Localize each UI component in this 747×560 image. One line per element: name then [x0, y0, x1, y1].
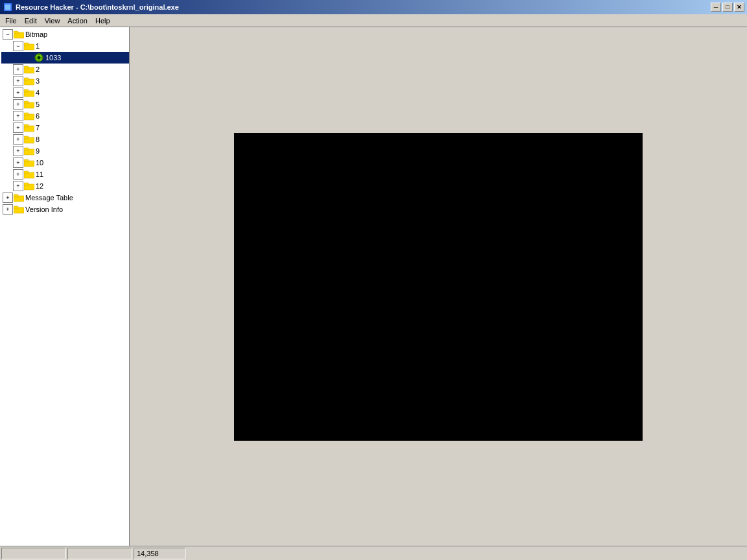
spacer-1033 [23, 52, 34, 63]
svg-rect-25 [24, 136, 29, 139]
tree-node-5[interactable]: + 5 [1, 99, 129, 110]
tree-node-2[interactable]: + 2 [1, 64, 129, 75]
tree-node-6[interactable]: + 6 [1, 110, 129, 122]
folder-icon-message-table [14, 193, 24, 202]
resource-icon-1033 [34, 52, 44, 63]
message-table-label: Message Table [25, 194, 73, 202]
status-bar: 14,358 [0, 546, 747, 560]
maximize-button[interactable]: □ [722, 3, 733, 12]
folder-icon-6 [24, 111, 34, 121]
expander-1[interactable]: − [13, 41, 23, 51]
node-1-label: 1 [36, 42, 40, 50]
status-left [1, 548, 66, 559]
status-middle [67, 548, 132, 559]
bitmap-label: Bitmap [25, 30, 47, 38]
menu-bar: File Edit View Action Help [0, 14, 747, 27]
menu-view[interactable]: View [41, 16, 64, 26]
folder-icon-12 [24, 181, 34, 191]
svg-rect-31 [24, 171, 29, 174]
expander-message-table[interactable]: + [3, 192, 13, 203]
svg-rect-29 [24, 159, 29, 162]
bitmap-display [234, 133, 643, 441]
tree-node-10[interactable]: + 10 [1, 157, 129, 169]
svg-rect-1 [5, 5, 10, 10]
expander-7[interactable]: + [13, 122, 23, 133]
menu-action[interactable]: Action [64, 16, 91, 26]
app-icon [3, 2, 13, 12]
tree-node-1[interactable]: − 1 [1, 40, 129, 52]
svg-rect-27 [24, 148, 29, 150]
menu-edit[interactable]: Edit [21, 16, 41, 26]
close-button[interactable]: ✕ [734, 3, 744, 12]
expander-4[interactable]: + [13, 88, 23, 98]
menu-help[interactable]: Help [91, 16, 114, 26]
tree-node-version-info[interactable]: + Version Info [1, 204, 129, 215]
tree-node-1033[interactable]: 1033 [1, 52, 129, 64]
version-info-label: Version Info [25, 205, 63, 213]
tree-node-7[interactable]: + 7 [1, 122, 129, 134]
svg-rect-19 [24, 101, 29, 104]
tree-node-8[interactable]: + 8 [1, 134, 129, 145]
node-1033-label: 1033 [45, 54, 61, 62]
tree-node-message-table[interactable]: + Message Table [1, 192, 129, 204]
svg-rect-23 [24, 124, 29, 127]
folder-icon-7 [24, 123, 34, 132]
folder-icon-11 [24, 170, 34, 179]
expander-3[interactable]: + [13, 76, 23, 86]
svg-point-7 [38, 56, 41, 60]
expander-12[interactable]: + [13, 181, 23, 191]
folder-icon-9 [24, 146, 34, 156]
main-area: − Bitmap − 1 [0, 27, 747, 546]
window-controls: ─ □ ✕ [711, 3, 744, 12]
tree-node-3[interactable]: + 3 [1, 75, 129, 87]
status-right: 14,358 [134, 548, 185, 559]
tree-node-12[interactable]: + 12 [1, 180, 129, 192]
folder-icon-bitmap [14, 30, 24, 39]
folder-icon-version-info [14, 205, 24, 214]
title-bar: Resource Hacker - C:\boot\ntoskrnl_origi… [0, 0, 747, 14]
svg-rect-33 [24, 183, 29, 185]
svg-rect-17 [24, 89, 29, 92]
expander-11[interactable]: + [13, 169, 23, 180]
folder-icon-1 [24, 41, 34, 51]
tree-node-4[interactable]: + 4 [1, 87, 129, 99]
minimize-button[interactable]: ─ [711, 3, 721, 12]
folder-icon-3 [24, 76, 34, 86]
tree-panel[interactable]: − Bitmap − 1 [0, 27, 130, 546]
expander-10[interactable]: + [13, 158, 23, 168]
svg-rect-21 [24, 113, 29, 115]
svg-rect-5 [24, 43, 29, 45]
content-panel [130, 27, 747, 546]
svg-rect-35 [14, 194, 18, 197]
expander-version-info[interactable]: + [3, 204, 13, 215]
folder-icon-4 [24, 88, 34, 97]
expander-6[interactable]: + [13, 111, 23, 121]
folder-icon-2 [24, 65, 34, 74]
expander-9[interactable]: + [13, 146, 23, 156]
expander-2[interactable]: + [13, 64, 23, 75]
expander-5[interactable]: + [13, 99, 23, 110]
svg-rect-15 [24, 78, 29, 80]
tree-node-9[interactable]: + 9 [1, 145, 129, 157]
svg-rect-3 [14, 31, 18, 34]
title-text: Resource Hacker - C:\boot\ntoskrnl_origi… [16, 3, 711, 11]
folder-icon-5 [24, 100, 34, 109]
expander-8[interactable]: + [13, 134, 23, 145]
tree-node-11[interactable]: + 11 [1, 169, 129, 180]
svg-rect-13 [24, 66, 29, 69]
folder-icon-8 [24, 135, 34, 144]
tree-node-bitmap[interactable]: − Bitmap [1, 29, 129, 40]
menu-file[interactable]: File [1, 16, 21, 26]
folder-icon-10 [24, 158, 34, 167]
svg-rect-37 [14, 206, 18, 209]
expander-bitmap[interactable]: − [3, 29, 13, 40]
